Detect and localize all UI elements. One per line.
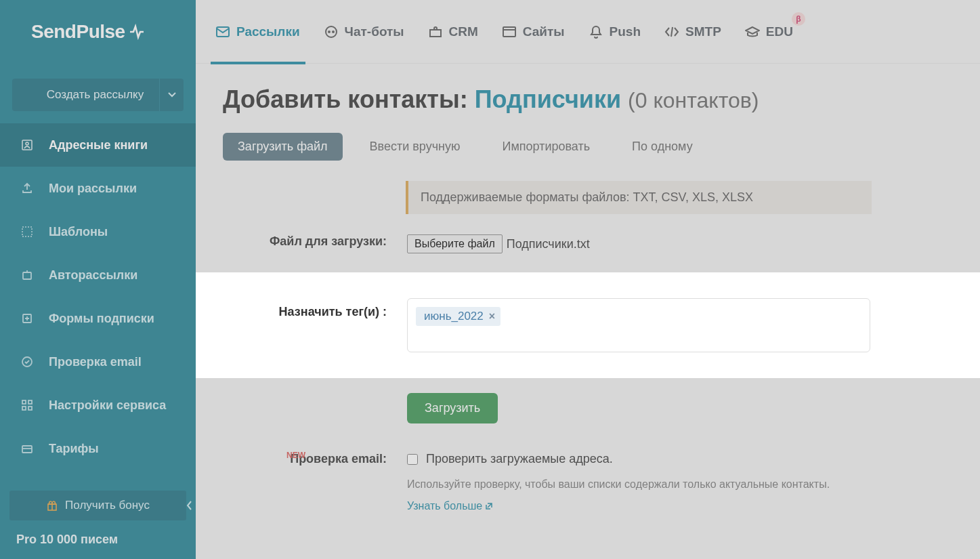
tab-upload-file[interactable]: Загрузить файл	[223, 133, 343, 161]
sidebar-item-my-campaigns[interactable]: Мои рассылки	[0, 167, 196, 210]
sidebar-item-automations[interactable]: Авторассылки	[0, 253, 196, 297]
forms-icon	[20, 312, 34, 325]
learn-more-link[interactable]: Узнать больше	[407, 500, 953, 512]
tag-chip: июнь_2022 ×	[416, 307, 500, 326]
sidebar-item-service-settings[interactable]: Настройки сервиса	[0, 384, 196, 427]
topnav-label: Рассылки	[236, 24, 300, 39]
new-badge: NEW	[286, 451, 305, 460]
verify-icon	[20, 355, 34, 369]
svg-rect-9	[28, 407, 32, 410]
logo[interactable]: SendPulse	[0, 0, 196, 64]
pulse-icon	[129, 24, 148, 40]
upload-icon	[20, 182, 34, 195]
topnav-label: EDU	[766, 24, 793, 39]
upload-button[interactable]: Загрузить	[407, 393, 498, 423]
content-area: Добавить контакты: Подписчики (0 контакт…	[196, 64, 980, 533]
templates-icon	[20, 225, 34, 239]
tag-chip-label: июнь_2022	[424, 310, 484, 323]
upload-panel: Поддерживаемые форматы файлов: TXT, CSV,…	[223, 181, 953, 533]
chevron-down-icon	[159, 79, 184, 111]
supported-formats-banner: Поддерживаемые форматы файлов: TXT, CSV,…	[406, 181, 872, 214]
svg-rect-7	[28, 400, 32, 404]
tag-input[interactable]: июнь_2022 ×	[407, 298, 870, 352]
svg-rect-16	[430, 30, 441, 37]
tab-import[interactable]: Импортировать	[487, 133, 605, 161]
choose-file-button[interactable]: Выберите файл	[407, 234, 503, 253]
topnav-chatbots[interactable]: Чат-боты	[324, 0, 404, 64]
topnav-label: CRM	[449, 24, 478, 39]
svg-rect-8	[22, 407, 26, 410]
title-list-link[interactable]: Подписчики	[475, 85, 621, 113]
automation-icon	[20, 268, 34, 282]
sidebar-item-templates[interactable]: Шаблоны	[0, 210, 196, 253]
remove-tag-icon[interactable]: ×	[489, 310, 495, 323]
bell-icon	[589, 25, 603, 39]
create-campaign-label: Создать рассылку	[12, 88, 159, 102]
sidebar-item-label: Тарифы	[49, 442, 99, 456]
create-campaign-button[interactable]: Создать рассылку	[12, 79, 184, 111]
sidebar-item-label: Мои рассылки	[49, 182, 137, 196]
topnav-smtp[interactable]: SMTP	[665, 0, 721, 64]
sidebar-item-subscription-forms[interactable]: Формы подписки	[0, 297, 196, 340]
chevron-left-icon[interactable]	[184, 491, 196, 520]
sidebar-item-label: Адресные книги	[49, 138, 148, 152]
topnav-label: Чат-боты	[345, 24, 404, 39]
beta-badge: β	[792, 12, 805, 26]
topnav-label: Сайты	[523, 24, 565, 39]
import-tabs: Загрузить файл Ввести вручную Импортиров…	[223, 133, 953, 161]
main-content: Рассылки Чат-боты CRM Сайты Push SMTP ED…	[196, 0, 980, 559]
title-prefix: Добавить контакты:	[223, 85, 475, 113]
svg-rect-10	[22, 446, 32, 453]
sidebar-item-label: Шаблоны	[49, 225, 108, 239]
bonus-label: Получить бонус	[65, 499, 150, 512]
selected-file-name: Подписчики.txt	[507, 237, 590, 251]
chat-icon	[324, 25, 338, 39]
sidebar-item-email-verify[interactable]: Проверка email	[0, 340, 196, 384]
verify-checkbox-label: Проверить загружаемые адреса.	[426, 452, 613, 466]
gift-icon	[46, 499, 58, 512]
sidebar: SendPulse Создать рассылку Адресные книг…	[0, 0, 196, 559]
svg-point-15	[333, 31, 334, 33]
sites-icon	[503, 25, 516, 39]
topnav-campaigns[interactable]: Рассылки	[216, 0, 300, 64]
svg-point-13	[326, 26, 337, 37]
pricing-icon	[20, 442, 34, 455]
tab-one-by-one[interactable]: По одному	[617, 133, 708, 161]
sidebar-item-label: Настройки сервиса	[49, 398, 166, 413]
logo-text: SendPulse	[31, 21, 125, 43]
mail-icon	[216, 25, 230, 39]
svg-rect-3	[23, 272, 31, 279]
topnav-crm[interactable]: CRM	[429, 0, 478, 64]
page-title: Добавить контакты: Подписчики (0 контакт…	[223, 85, 953, 114]
file-upload-row: Файл для загрузки: Выберите файл Подписч…	[223, 234, 953, 253]
get-bonus-button[interactable]: Получить бонус	[9, 491, 186, 520]
book-icon	[20, 138, 34, 152]
svg-point-17	[434, 27, 437, 30]
tab-manual-input[interactable]: Ввести вручную	[355, 133, 475, 161]
top-navigation: Рассылки Чат-боты CRM Сайты Push SMTP ED…	[196, 0, 980, 64]
sidebar-item-label: Формы подписки	[49, 312, 154, 326]
tag-label: Назначить тег(и) :	[263, 298, 407, 319]
sidebar-item-pricing[interactable]: Тарифы	[0, 427, 196, 470]
settings-icon	[20, 398, 34, 412]
topnav-label: SMTP	[685, 24, 721, 39]
verify-checkbox[interactable]	[407, 454, 418, 465]
sidebar-item-label: Проверка email	[49, 355, 142, 369]
verify-description: Используйте проверку, чтобы ваши списки …	[407, 477, 840, 492]
topnav-sites[interactable]: Сайты	[503, 0, 565, 64]
topnav-edu[interactable]: EDU β	[746, 0, 793, 64]
sidebar-item-address-books[interactable]: Адресные книги	[0, 123, 196, 167]
sidebar-item-label: Авторассылки	[49, 268, 137, 283]
code-icon	[665, 25, 679, 39]
svg-point-14	[328, 31, 330, 33]
svg-rect-6	[22, 400, 26, 404]
email-verify-row: NEW Проверка email: Проверить загружаемы…	[223, 452, 953, 512]
svg-rect-18	[503, 27, 515, 37]
svg-point-1	[26, 142, 28, 145]
file-label: Файл для загрузки:	[263, 234, 407, 249]
external-link-icon	[485, 502, 493, 510]
verify-checkbox-row[interactable]: Проверить загружаемые адреса.	[407, 452, 953, 466]
svg-rect-2	[22, 227, 32, 236]
crm-icon	[429, 25, 442, 39]
topnav-push[interactable]: Push	[589, 0, 641, 64]
